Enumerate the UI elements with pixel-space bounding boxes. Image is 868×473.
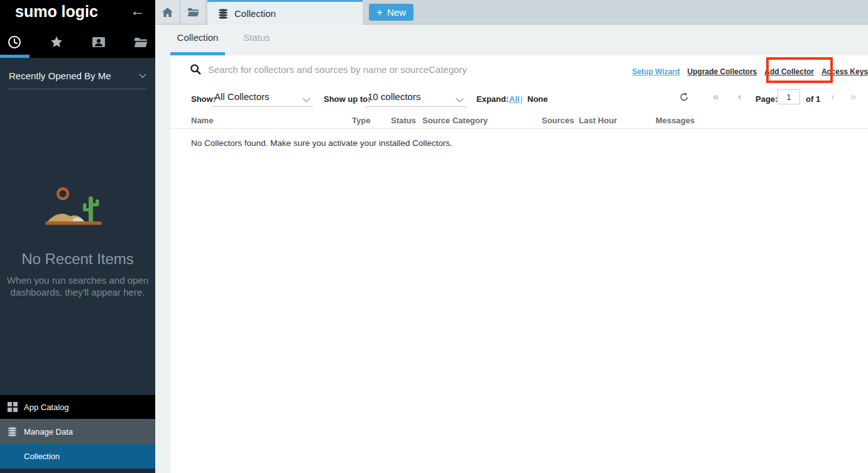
refresh-icon[interactable] bbox=[679, 92, 689, 104]
collapse-sidebar-icon[interactable]: ← bbox=[130, 2, 145, 19]
desert-cactus-illustration bbox=[40, 182, 116, 233]
sidebar-item-app-catalog[interactable]: App Catalog bbox=[0, 395, 155, 419]
plus-icon: + bbox=[376, 6, 383, 19]
upgrade-collectors-link[interactable]: Upgrade Collectors bbox=[688, 67, 757, 76]
sidebar: sumo logic ← Recently Opened By Me bbox=[0, 0, 155, 473]
chevron-down-icon bbox=[456, 94, 464, 105]
show-up-to-dropdown[interactable]: 10 collectors bbox=[366, 90, 466, 107]
show-filter-value: All Collectors bbox=[214, 91, 270, 102]
column-header-source-category[interactable]: Source Category bbox=[422, 116, 488, 125]
show-up-to-label: Show up to: bbox=[324, 94, 370, 104]
search-input[interactable] bbox=[208, 60, 585, 78]
expand-none-link[interactable]: None bbox=[527, 94, 548, 104]
subtab-status[interactable]: Status bbox=[243, 32, 270, 43]
main-area: Collection + New Collection Status Setup… bbox=[155, 0, 868, 473]
setup-wizard-link[interactable]: Setup Wizard bbox=[632, 67, 680, 76]
app-grid-icon bbox=[8, 402, 18, 412]
pagination-last-button[interactable]: » bbox=[850, 89, 856, 104]
manage-data-label: Manage Data bbox=[24, 427, 73, 437]
database-icon bbox=[8, 427, 18, 437]
tab-collection[interactable]: Collection bbox=[207, 0, 363, 25]
home-tab-button[interactable] bbox=[155, 0, 180, 24]
pagination-first-button[interactable]: « bbox=[713, 89, 718, 104]
tab-collection-label: Collection bbox=[234, 8, 276, 19]
column-header-name[interactable]: Name bbox=[191, 116, 213, 125]
sidebar-item-collection[interactable]: Collection bbox=[0, 444, 155, 469]
column-header-status[interactable]: Status bbox=[391, 116, 416, 125]
page-label: Page: bbox=[755, 94, 777, 104]
add-collector-link[interactable]: Add Collector bbox=[764, 67, 814, 76]
new-button-label: New bbox=[387, 7, 406, 18]
page-number-input[interactable] bbox=[777, 89, 800, 104]
table-header-row: Name Type Status Source Category Sources… bbox=[170, 113, 868, 129]
chevron-down-icon bbox=[302, 94, 310, 105]
search-icon bbox=[190, 64, 201, 77]
library-icon[interactable] bbox=[91, 36, 106, 48]
chevron-down-icon bbox=[139, 74, 146, 79]
folders-icon[interactable] bbox=[133, 37, 148, 48]
recents-icon[interactable] bbox=[7, 35, 22, 49]
database-icon bbox=[218, 9, 228, 19]
sidebar-empty-state: No Recent Items When you run searches an… bbox=[0, 182, 155, 298]
pagination-next-button[interactable]: › bbox=[831, 89, 835, 104]
expand-all-link[interactable]: All bbox=[509, 94, 520, 104]
no-recent-items-description: When you run searches and open dashboard… bbox=[6, 274, 150, 298]
collection-panel: Setup Wizard Upgrade Collectors Add Coll… bbox=[170, 55, 868, 473]
show-filter-dropdown[interactable]: All Collectors bbox=[212, 90, 313, 107]
subtab-collection[interactable]: Collection bbox=[170, 32, 225, 43]
sidebar-nav-icons bbox=[0, 33, 155, 51]
no-recent-items-title: No Recent Items bbox=[0, 250, 155, 268]
sidebar-bottom-menu: App Catalog Manage Data Collection bbox=[0, 395, 155, 473]
favorites-star-icon[interactable] bbox=[49, 35, 64, 49]
empty-table-message: No Collectors found. Make sure you activ… bbox=[191, 138, 453, 148]
column-header-type[interactable]: Type bbox=[352, 116, 370, 125]
column-header-last-hour[interactable]: Last Hour bbox=[579, 116, 617, 125]
app-catalog-label: App Catalog bbox=[24, 403, 69, 412]
sidebar-header: sumo logic ← bbox=[0, 0, 155, 58]
recently-opened-label: Recently Opened By Me bbox=[9, 70, 111, 81]
home-icon bbox=[162, 8, 173, 17]
new-button[interactable]: + New bbox=[369, 4, 414, 21]
expand-separator: | bbox=[520, 94, 522, 104]
library-tab-button[interactable] bbox=[181, 0, 206, 24]
expand-label: Expand: bbox=[476, 94, 508, 104]
folder-open-icon bbox=[187, 8, 199, 17]
show-up-to-value: 10 collectors bbox=[368, 91, 420, 102]
access-keys-link[interactable]: Access Keys bbox=[821, 67, 868, 76]
collection-label: Collection bbox=[24, 452, 60, 461]
tab-strip: Collection + New bbox=[155, 0, 868, 25]
column-header-sources[interactable]: Sources bbox=[542, 116, 574, 125]
active-nav-indicator bbox=[0, 55, 30, 58]
sub-tab-bar: Collection Status bbox=[155, 25, 868, 55]
sumo-logic-logo: sumo logic bbox=[15, 3, 98, 21]
pagination-prev-button[interactable]: ‹ bbox=[738, 89, 742, 104]
column-header-messages[interactable]: Messages bbox=[656, 116, 695, 125]
app-window: sumo logic ← Recently Opened By Me bbox=[0, 0, 868, 473]
action-links: Setup Wizard Upgrade Collectors Add Coll… bbox=[632, 67, 868, 76]
recently-opened-selector[interactable]: Recently Opened By Me bbox=[9, 58, 146, 89]
sidebar-item-manage-data[interactable]: Manage Data bbox=[0, 419, 155, 444]
sidebar-bottom-strip bbox=[0, 469, 155, 473]
page-of-label: of 1 bbox=[806, 94, 820, 104]
